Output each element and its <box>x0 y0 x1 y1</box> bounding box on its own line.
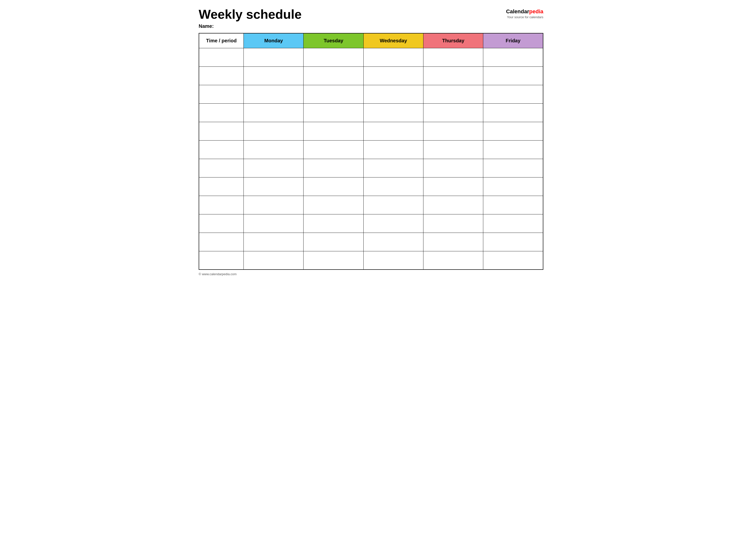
schedule-cell[interactable] <box>483 177 543 196</box>
schedule-cell[interactable] <box>363 233 423 251</box>
schedule-cell[interactable] <box>423 214 483 233</box>
schedule-cell[interactable] <box>363 214 423 233</box>
schedule-cell[interactable] <box>423 159 483 177</box>
schedule-table: Time / period Monday Tuesday Wednesday T… <box>199 33 543 270</box>
time-cell[interactable] <box>199 122 244 140</box>
schedule-cell[interactable] <box>423 103 483 122</box>
logo-calendar-part: Calendar <box>506 8 529 14</box>
schedule-cell[interactable] <box>244 177 304 196</box>
schedule-cell[interactable] <box>363 140 423 159</box>
schedule-cell[interactable] <box>363 66 423 85</box>
schedule-cell[interactable] <box>483 214 543 233</box>
schedule-cell[interactable] <box>304 48 363 66</box>
time-cell[interactable] <box>199 140 244 159</box>
time-cell[interactable] <box>199 233 244 251</box>
schedule-cell[interactable] <box>363 159 423 177</box>
col-header-wednesday: Wednesday <box>363 33 423 48</box>
main-title: Weekly schedule <box>199 7 302 21</box>
schedule-cell[interactable] <box>304 177 363 196</box>
schedule-cell[interactable] <box>363 177 423 196</box>
table-row <box>199 122 543 140</box>
title-area: Weekly schedule Name: <box>199 7 302 29</box>
col-header-tuesday: Tuesday <box>304 33 363 48</box>
col-header-time: Time / period <box>199 33 244 48</box>
table-row <box>199 103 543 122</box>
table-row <box>199 85 543 103</box>
table-row <box>199 214 543 233</box>
schedule-cell[interactable] <box>304 251 363 270</box>
schedule-cell[interactable] <box>423 122 483 140</box>
schedule-cell[interactable] <box>304 85 363 103</box>
schedule-cell[interactable] <box>483 85 543 103</box>
page-wrapper: Weekly schedule Name: Calendarpedia Your… <box>199 7 543 276</box>
schedule-cell[interactable] <box>483 159 543 177</box>
time-cell[interactable] <box>199 196 244 214</box>
logo-tagline: Your source for calendars <box>507 15 543 19</box>
schedule-cell[interactable] <box>483 103 543 122</box>
col-header-friday: Friday <box>483 33 543 48</box>
time-cell[interactable] <box>199 177 244 196</box>
schedule-cell[interactable] <box>304 103 363 122</box>
table-row <box>199 196 543 214</box>
schedule-cell[interactable] <box>304 66 363 85</box>
schedule-cell[interactable] <box>423 140 483 159</box>
schedule-cell[interactable] <box>244 122 304 140</box>
schedule-cell[interactable] <box>363 196 423 214</box>
schedule-cell[interactable] <box>483 251 543 270</box>
schedule-cell[interactable] <box>244 85 304 103</box>
schedule-cell[interactable] <box>244 140 304 159</box>
schedule-cell[interactable] <box>244 214 304 233</box>
schedule-cell[interactable] <box>483 233 543 251</box>
schedule-cell[interactable] <box>423 251 483 270</box>
schedule-cell[interactable] <box>244 233 304 251</box>
name-label: Name: <box>199 23 302 29</box>
footer-url: © www.calendarpedia.com <box>199 272 236 276</box>
schedule-cell[interactable] <box>423 233 483 251</box>
schedule-cell[interactable] <box>244 66 304 85</box>
schedule-cell[interactable] <box>423 85 483 103</box>
col-header-thursday: Thursday <box>423 33 483 48</box>
schedule-cell[interactable] <box>244 103 304 122</box>
table-row <box>199 177 543 196</box>
time-cell[interactable] <box>199 66 244 85</box>
schedule-cell[interactable] <box>423 48 483 66</box>
time-cell[interactable] <box>199 159 244 177</box>
time-cell[interactable] <box>199 85 244 103</box>
schedule-cell[interactable] <box>304 140 363 159</box>
table-row <box>199 233 543 251</box>
schedule-cell[interactable] <box>244 159 304 177</box>
table-row <box>199 251 543 270</box>
schedule-cell[interactable] <box>423 196 483 214</box>
time-cell[interactable] <box>199 103 244 122</box>
schedule-cell[interactable] <box>304 122 363 140</box>
table-row <box>199 66 543 85</box>
schedule-cell[interactable] <box>483 140 543 159</box>
logo-pedia-part: pedia <box>529 8 543 14</box>
schedule-cell[interactable] <box>304 159 363 177</box>
time-cell[interactable] <box>199 214 244 233</box>
schedule-cell[interactable] <box>244 48 304 66</box>
schedule-cell[interactable] <box>363 48 423 66</box>
schedule-cell[interactable] <box>304 196 363 214</box>
schedule-cell[interactable] <box>483 196 543 214</box>
table-row <box>199 159 543 177</box>
table-header-row: Time / period Monday Tuesday Wednesday T… <box>199 33 543 48</box>
schedule-cell[interactable] <box>423 66 483 85</box>
schedule-cell[interactable] <box>423 177 483 196</box>
schedule-cell[interactable] <box>483 66 543 85</box>
schedule-cell[interactable] <box>363 122 423 140</box>
schedule-cell[interactable] <box>244 251 304 270</box>
schedule-cell[interactable] <box>363 251 423 270</box>
time-cell[interactable] <box>199 48 244 66</box>
schedule-cell[interactable] <box>363 103 423 122</box>
schedule-body <box>199 48 543 270</box>
schedule-cell[interactable] <box>304 214 363 233</box>
schedule-cell[interactable] <box>304 233 363 251</box>
schedule-cell[interactable] <box>483 122 543 140</box>
time-cell[interactable] <box>199 251 244 270</box>
header-section: Weekly schedule Name: Calendarpedia Your… <box>199 7 543 29</box>
schedule-cell[interactable] <box>483 48 543 66</box>
schedule-cell[interactable] <box>244 196 304 214</box>
schedule-cell[interactable] <box>363 85 423 103</box>
table-row <box>199 48 543 66</box>
